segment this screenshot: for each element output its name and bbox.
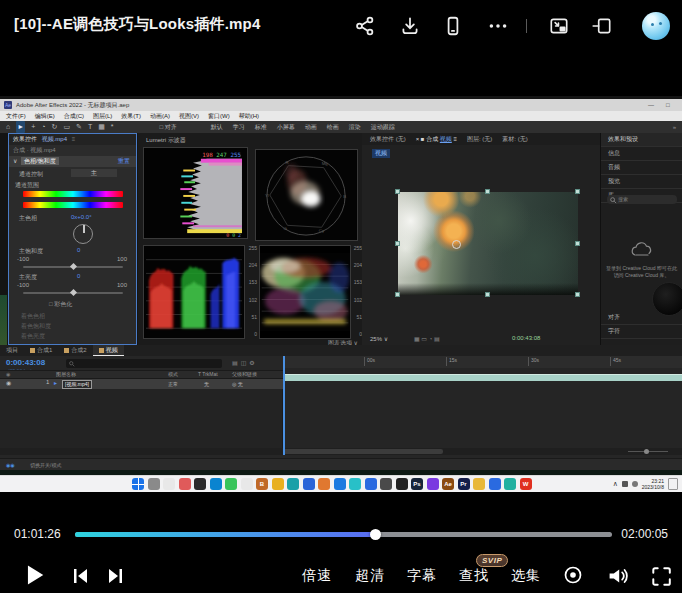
current-time: 01:01:26 <box>14 527 61 541</box>
ae-tool-icon: * <box>111 121 114 133</box>
search-in-video-button[interactable]: 查找 <box>459 567 489 585</box>
selection-handle <box>575 189 580 194</box>
episodes-button[interactable]: 选集 <box>511 567 541 585</box>
share-icon[interactable] <box>354 15 376 37</box>
volume-icon[interactable] <box>606 564 630 588</box>
fullscreen-icon[interactable] <box>650 565 672 587</box>
previous-episode-button[interactable] <box>70 565 92 587</box>
creative-cloud-icon <box>629 241 655 259</box>
timeline-zoom-slider <box>628 449 668 454</box>
ae-menu-item: 编辑(E) <box>35 112 55 121</box>
taskbar-app-icon[interactable] <box>349 478 361 490</box>
scale-value: 153 <box>247 279 257 285</box>
cc-message-line2: 访问 Creative Cloud 库。 <box>601 272 682 278</box>
taskbar-app-icon[interactable] <box>396 478 408 490</box>
taskbar-app-icon[interactable] <box>241 478 253 490</box>
progress-bar[interactable] <box>75 532 612 537</box>
taskbar-app-icon[interactable]: Ae <box>442 478 454 490</box>
rose-footage-image <box>398 192 578 295</box>
quality-button[interactable]: 超清 <box>355 567 385 585</box>
taskbar-app-icon[interactable]: B <box>256 478 268 490</box>
ae-menu-item: 视图(V) <box>179 112 199 121</box>
taskbar-app-icon[interactable] <box>210 478 222 490</box>
layer-trkmat: 无 <box>204 381 209 387</box>
layer-number: 1 <box>46 379 49 385</box>
progress-fill <box>75 532 376 537</box>
layer-name-chip: [视频.mp4] <box>62 380 92 389</box>
viewer-timecode: 0:00:43:08 <box>512 335 540 341</box>
ae-menubar: 文件(F)编辑(E)合成(C)图层(L)效果(T)动画(A)视图(V)窗口(W)… <box>0 111 682 121</box>
viewer-tab: × ■ 合成 视频 ≡ <box>416 135 457 144</box>
ae-workspace-tab: 动画 <box>305 123 317 132</box>
timeline-tab: 项目 <box>0 345 24 356</box>
user-avatar[interactable] <box>642 12 670 40</box>
vectorscope: RMgB CyGYl <box>255 149 358 241</box>
scale-value: 255 <box>247 245 257 251</box>
taskbar-app-icon[interactable] <box>365 478 377 490</box>
taskbar-app-icon[interactable] <box>225 478 237 490</box>
timeline-status-text: 切换开关/模式 <box>30 462 61 468</box>
taskbar-app-icon[interactable] <box>504 478 516 490</box>
hscroll-handle <box>283 449 443 454</box>
selection-handle <box>395 189 400 194</box>
scale-value: 102 <box>247 297 257 303</box>
svg-text:0 0 2: 0 0 2 <box>226 232 241 238</box>
column-layer-name: 图层名称 <box>56 371 76 377</box>
next-episode-button[interactable] <box>106 565 128 587</box>
scale-value: 255 <box>352 245 362 251</box>
picture-in-picture-icon[interactable] <box>548 15 570 37</box>
viewer-zoom-level: 25% ∨ <box>370 335 388 342</box>
taskbar-app-icon[interactable] <box>427 478 439 490</box>
taskbar-app-icon[interactable] <box>489 478 501 490</box>
ae-maximize-button: □ <box>666 99 670 111</box>
taskbar-app-icon[interactable] <box>194 478 206 490</box>
taskbar-app-icon[interactable] <box>132 478 144 490</box>
taskbar-app-icon[interactable] <box>272 478 284 490</box>
taskbar-app-icon[interactable]: Ps <box>411 478 423 490</box>
taskbar-app-icon[interactable] <box>473 478 485 490</box>
ae-toolbar: ⌂►+◔↻▭✎T▦* □ 对齐 默认学习标准小屏幕动画绘画渲染运动跟踪 » <box>0 121 682 133</box>
play-button[interactable] <box>22 562 48 588</box>
right-panel-header: 效果和预设 <box>601 133 682 147</box>
taskbar-app-icon[interactable] <box>318 478 330 490</box>
ae-app-icon: Ae <box>4 101 12 109</box>
progress-thumb[interactable] <box>370 529 381 540</box>
video-player: [10]--AE调色技巧与Looks插件.mp4 Adobe After Eff… <box>0 0 682 593</box>
taskbar-app-icon[interactable] <box>334 478 346 490</box>
svg-text:Cy: Cy <box>319 228 325 233</box>
viewer-tab: 效果控件 (无) <box>370 135 406 144</box>
workspace-overflow: » <box>673 124 676 130</box>
taskbar-app-icon[interactable] <box>163 478 175 490</box>
ae-menu-item: 合成(C) <box>64 112 84 121</box>
taskbar-app-icon[interactable] <box>148 478 160 490</box>
taskbar-app-icon[interactable]: W <box>520 478 532 490</box>
timeline-tab: 视频 <box>93 345 124 356</box>
scopes-panel-title: Lumetri 示波器 <box>146 136 186 145</box>
speed-button[interactable]: 倍速 <box>302 567 332 585</box>
search-icon <box>610 197 617 204</box>
taskbar-clock: 23:21 2023/10/8 <box>642 478 664 490</box>
taskbar-app-icon[interactable] <box>179 478 191 490</box>
ae-workspace-tab: 小屏幕 <box>277 123 295 132</box>
selection-handle <box>575 241 580 246</box>
timeline-view-icons: ▤◫⚙ <box>232 359 258 366</box>
download-icon[interactable] <box>399 15 421 37</box>
ae-workspace-tab: 渲染 <box>349 123 361 132</box>
panel-row: 信息 <box>601 147 682 161</box>
ae-menu-item: 文件(F) <box>6 112 26 121</box>
mini-window-icon[interactable] <box>591 15 613 37</box>
ruler-label: 15s <box>446 357 457 366</box>
ae-menu-item: 动画(A) <box>150 112 170 121</box>
record-ring-icon[interactable] <box>562 564 584 586</box>
panel-row: 预览 <box>601 175 682 189</box>
cast-to-phone-icon[interactable] <box>442 15 464 37</box>
more-icon[interactable] <box>487 15 509 37</box>
taskbar-app-icon[interactable] <box>287 478 299 490</box>
taskbar-app-icon[interactable]: Pr <box>458 478 470 490</box>
tint-rows: 着色色相着色饱和度着色亮度 <box>21 312 51 342</box>
subtitle-button[interactable]: 字幕 <box>407 567 437 585</box>
taskbar-app-icon[interactable] <box>303 478 315 490</box>
taskbar-app-icon[interactable] <box>380 478 392 490</box>
svg-text:Mg: Mg <box>322 161 329 166</box>
ae-tool-icon: ⌂ <box>6 121 10 133</box>
